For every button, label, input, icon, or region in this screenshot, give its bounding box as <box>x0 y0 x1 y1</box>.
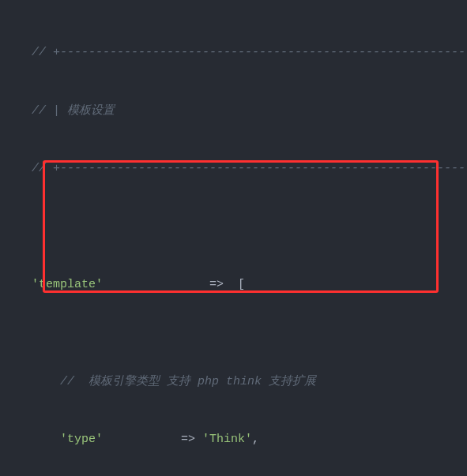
blank-line <box>0 218 467 238</box>
comment-separator-top: // +------------------------------------… <box>0 43 467 63</box>
text: // +------------------------------------… <box>32 46 467 59</box>
entry-comment: // 模板引擎类型 支持 php think 支持扩展 <box>0 373 467 392</box>
text: // +------------------------------------… <box>32 162 467 175</box>
comma: , <box>252 433 259 446</box>
entry-row: 'type' => 'Think', <box>0 430 467 450</box>
bracket-open: [ <box>238 278 245 291</box>
arrow: => <box>209 278 224 291</box>
key: 'type' <box>60 433 103 446</box>
comment-separator-bot: // +------------------------------------… <box>0 159 467 179</box>
text: // 模板引擎类型 支持 php think 支持扩展 <box>60 375 316 388</box>
comment-title: // | 模板设置 <box>0 102 467 122</box>
root-key: 'template' <box>32 278 103 291</box>
code-editor: // +------------------------------------… <box>0 0 467 476</box>
value: 'Think' <box>202 433 252 446</box>
array-open: 'template' => [ <box>0 275 467 295</box>
arrow: => <box>181 433 195 446</box>
text: // | 模板设置 <box>32 104 115 118</box>
